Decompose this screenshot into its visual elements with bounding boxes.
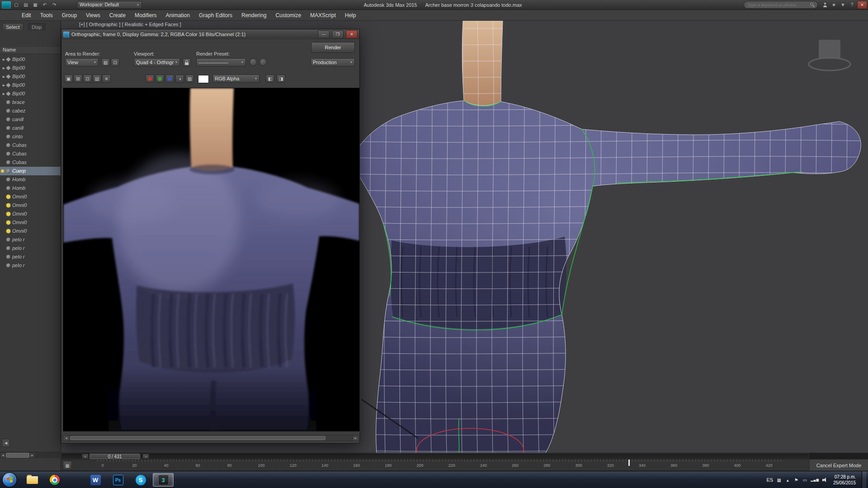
layer-compare-button[interactable]: ◧: [266, 75, 274, 83]
auto-region-button[interactable]: ⊡: [111, 58, 119, 66]
scene-item-15[interactable]: Homb: [0, 184, 61, 192]
taskbar-3dsmax-button[interactable]: 3: [153, 473, 174, 487]
menu-customize[interactable]: Customize: [271, 11, 306, 20]
menu-help[interactable]: Help: [340, 11, 361, 20]
background-color-swatch[interactable]: [198, 75, 209, 83]
open-file-button[interactable]: ▤: [22, 1, 30, 9]
tab-select[interactable]: Select: [2, 23, 24, 31]
red-channel-button[interactable]: [146, 75, 154, 83]
render-preset-select[interactable]: ------------------ ▼: [196, 58, 246, 66]
clock[interactable]: 07:28 p.m. 25/06/2015: [833, 474, 856, 486]
scene-item-18[interactable]: Omni0: [0, 210, 61, 218]
app-menu-button[interactable]: [2, 1, 11, 9]
scene-item-0[interactable]: ▶Bip00: [0, 55, 61, 64]
scene-item-23[interactable]: pelo r: [0, 253, 61, 261]
viewport-select[interactable]: Quad 4 - Orthogr. ▼: [134, 58, 180, 66]
time-slider[interactable]: < 0 / 431 >: [61, 453, 809, 459]
taskbar-chrome-button[interactable]: [44, 473, 65, 487]
print-image-button[interactable]: ▤: [93, 75, 101, 83]
tab-display[interactable]: Disp: [28, 23, 45, 31]
menu-rendering[interactable]: Rendering: [237, 11, 271, 20]
minimize-button[interactable]: —: [318, 30, 330, 38]
viewport-label[interactable]: [+] [ Orthographic ] [ Realistic + Edged…: [79, 22, 181, 27]
menu-tools[interactable]: Tools: [36, 11, 57, 20]
panel-collapse-button[interactable]: ◀: [2, 439, 10, 447]
scene-item-14[interactable]: Homb: [0, 175, 61, 184]
scene-item-2[interactable]: ▶Bip00: [0, 72, 61, 81]
scene-item-8[interactable]: canill: [0, 124, 61, 132]
cancel-expert-mode-button[interactable]: Cancel Expert Mode: [809, 459, 868, 471]
scene-item-19[interactable]: Omni0: [0, 218, 61, 227]
alpha-channel-button[interactable]: ▧: [185, 75, 194, 83]
scene-item-4[interactable]: ▶Bip00: [0, 89, 61, 98]
scene-item-13[interactable]: Cuerp: [0, 167, 61, 175]
favorites-button[interactable]: ★: [830, 1, 838, 9]
help-button[interactable]: ?: [848, 1, 856, 9]
lock-viewport-button[interactable]: [183, 58, 191, 66]
close-window-button[interactable]: ✕: [857, 1, 867, 9]
time-slider-handle[interactable]: 0 / 431: [90, 454, 140, 459]
scene-item-7[interactable]: canill: [0, 115, 61, 124]
undo-button[interactable]: ↶: [41, 1, 49, 9]
menu-maxscript[interactable]: MAXScript: [306, 11, 340, 20]
scene-item-12[interactable]: Cubas: [0, 158, 61, 167]
search-icon[interactable]: [810, 2, 815, 8]
infocenter-menu-button[interactable]: ▼: [839, 1, 847, 9]
redo-button[interactable]: ↷: [50, 1, 58, 9]
edit-region-button[interactable]: ▧: [101, 58, 110, 66]
signin-button[interactable]: [821, 1, 829, 9]
render-mode-select[interactable]: Production ▼: [311, 58, 355, 66]
menu-edit[interactable]: Edit: [17, 11, 36, 20]
scroll-right-icon[interactable]: ►: [352, 436, 359, 441]
timeline-ruler[interactable]: ▦ 02040608010012014016018020022024026028…: [61, 459, 809, 471]
action-center-icon[interactable]: ⚑: [793, 478, 799, 483]
taskbar-skype-button[interactable]: S: [130, 473, 151, 487]
language-indicator[interactable]: ES: [767, 477, 774, 483]
start-button[interactable]: [3, 473, 16, 487]
taskbar-explorer-button[interactable]: [22, 473, 42, 487]
environment-button[interactable]: [259, 58, 267, 66]
render-window-titlebar[interactable]: Orthographic, frame 0, Display Gamma: 2,…: [61, 29, 359, 40]
new-file-button[interactable]: ▢: [12, 1, 20, 9]
copy-image-button[interactable]: ⊞: [74, 75, 82, 83]
expander-icon[interactable]: ▶: [1, 81, 6, 89]
workspace-selector[interactable]: Workspace: Default ▼: [77, 1, 142, 9]
menu-graph-editors[interactable]: Graph Editors: [194, 11, 237, 20]
menu-create[interactable]: Create: [105, 11, 130, 20]
scene-item-10[interactable]: Cubas: [0, 141, 61, 150]
blue-channel-button[interactable]: [165, 75, 174, 83]
menu-group[interactable]: Group: [57, 11, 81, 20]
save-image-button[interactable]: ▣: [64, 75, 73, 83]
search-input[interactable]: [746, 2, 810, 8]
menu-modifiers[interactable]: Modifiers: [130, 11, 161, 20]
expander-icon[interactable]: ▶: [1, 55, 6, 64]
channel-display-select[interactable]: RGB Alpha ▼: [212, 75, 259, 83]
previous-frame-button[interactable]: <: [82, 454, 89, 459]
scene-item-17[interactable]: Omni0: [0, 201, 61, 210]
scene-item-22[interactable]: pelo r: [0, 244, 61, 253]
mono-channel-button[interactable]: ◑: [175, 75, 184, 83]
track-bar-config-button[interactable]: ▦: [63, 461, 72, 470]
scene-item-21[interactable]: pelo r: [0, 235, 61, 244]
clear-image-button[interactable]: ✕: [102, 75, 111, 83]
close-button[interactable]: ✕: [346, 30, 358, 38]
scene-item-20[interactable]: Omni0: [0, 227, 61, 235]
viewcube[interactable]: [809, 40, 850, 70]
green-channel-button[interactable]: [156, 75, 164, 83]
scroll-left-icon[interactable]: ◄: [63, 436, 70, 441]
scrollbar-thumb[interactable]: [70, 436, 326, 440]
rendered-frame-window[interactable]: Orthographic, frame 0, Display Gamma: 2,…: [61, 29, 360, 443]
show-desktop-button[interactable]: [862, 471, 866, 488]
taskbar-photoshop-button[interactable]: Ps: [108, 473, 128, 487]
expander-icon[interactable]: ▶: [1, 89, 6, 98]
expander-icon[interactable]: ▶: [1, 72, 6, 81]
scene-item-3[interactable]: ▶Bip00: [0, 81, 61, 89]
scene-item-6[interactable]: cabez: [0, 107, 61, 115]
scroll-right-icon[interactable]: ►: [29, 452, 35, 458]
scene-item-5[interactable]: brace: [0, 98, 61, 107]
network-icon[interactable]: ▂▄▆: [811, 478, 819, 482]
scene-item-16[interactable]: Omni0: [0, 192, 61, 201]
name-column-header[interactable]: Name: [0, 47, 61, 54]
scroll-left-icon[interactable]: ◄: [0, 452, 6, 458]
channel-toggle-button[interactable]: ◨: [277, 75, 285, 83]
